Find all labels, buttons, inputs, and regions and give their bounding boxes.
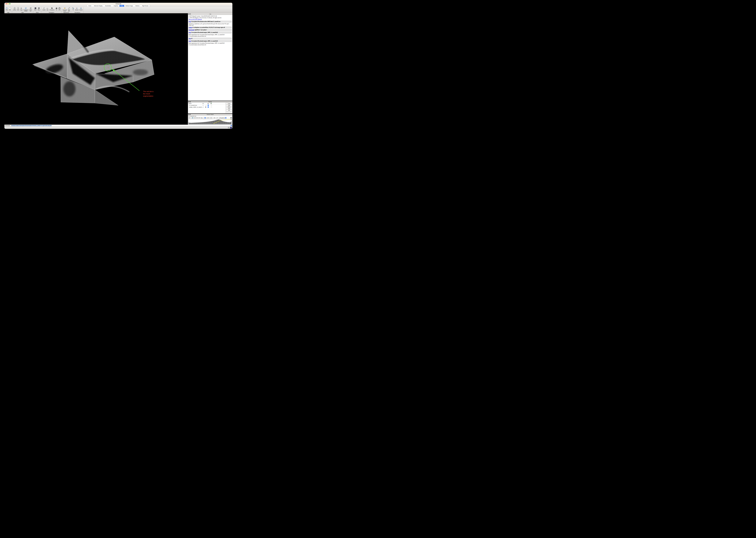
collapse-button[interactable] <box>230 117 232 118</box>
tool-full[interactable]: Full <box>55 7 58 10</box>
tool-slab[interactable]: Slab <box>46 7 49 10</box>
tool-outline-box[interactable]: Outlinebox <box>29 7 32 12</box>
outline-box-icon <box>29 7 32 9</box>
command-label: Command: <box>5 125 10 126</box>
volume-viewer-title: Volume Viewer <box>188 114 232 115</box>
status-bar <box>4 127 232 129</box>
log-text: /Users/pkorir/Downloads/empiar_10087_c2_… <box>191 40 218 42</box>
ribbon-group-label: Map <box>7 12 9 13</box>
eye-icon[interactable] <box>189 118 190 118</box>
tool-smooth[interactable]: Smooth <box>79 7 83 10</box>
table-row[interactable]: ›C2_tomo02.mrc1✓ <box>188 104 226 106</box>
tab-medical-image[interactable]: Medical Image <box>124 5 134 7</box>
level-input[interactable]: 2.01 <box>210 117 213 119</box>
expand-chevron-icon[interactable]: › <box>188 106 189 108</box>
tab-right-mouse[interactable]: Right Mouse <box>141 5 150 7</box>
step-label: step <box>201 117 203 119</box>
log-panel-header: ✕ Log <box>188 13 232 15</box>
step-value: 4 <box>204 117 204 119</box>
info-button[interactable]: Info <box>226 110 232 111</box>
tool-label: Smooth <box>80 9 83 10</box>
tab-molecule-display[interactable]: Molecule Display <box>93 5 104 7</box>
tool-transparent-surface[interactable]: Transparentsurface <box>23 7 28 12</box>
tool-label: Color nearatoms <box>63 9 67 12</box>
tool-show[interactable]: Show <box>5 7 8 10</box>
log-link[interactable]: open <box>189 32 191 33</box>
tool-subtract[interactable]: Subtract <box>75 7 79 10</box>
tool-step-1[interactable]: Step 1 <box>34 7 37 10</box>
tool-z-plane[interactable]: Z-plane <box>42 7 46 10</box>
toolbar-tab-row: HomeMolecule DisplayNucleotidesGraphicsM… <box>4 5 232 7</box>
tool-label: Show <box>6 9 8 10</box>
volume-name: C2_tomo02.mrc <box>189 116 232 117</box>
close-button[interactable]: Close <box>226 103 232 104</box>
model-color-swatch[interactable] <box>205 104 206 106</box>
show-button[interactable]: Show <box>226 106 232 108</box>
tool-fit[interactable]: Fit <box>72 7 75 10</box>
log-content[interactable]: UCSF ChimeraX version: 1.6.dev2023012422… <box>188 15 232 101</box>
tool-orthoplanes[interactable]: Orthoplanes <box>49 7 55 10</box>
model-shown-checkbox[interactable]: ✓ <box>208 104 209 106</box>
tool-mesh[interactable]: mesh <box>17 7 19 10</box>
expand-chevron-icon[interactable]: › <box>188 104 189 106</box>
tab-nucleotides[interactable]: Nucleotides <box>104 5 112 7</box>
tab-strip: HomeMolecule DisplayNucleotidesGraphicsM… <box>87 5 150 7</box>
log-link[interactable]: close <box>189 38 191 39</box>
tab-markers[interactable]: Markers <box>134 5 141 7</box>
model-id: 2 <box>203 106 203 108</box>
log-link[interactable]: volume <box>189 27 192 28</box>
window-title: ChimeraX <box>4 3 232 5</box>
tab-graphics[interactable]: Graphics <box>112 5 120 7</box>
model-color-swatch[interactable] <box>205 106 206 108</box>
volume-color-swatch[interactable] <box>190 117 191 119</box>
log-link[interactable]: How to cite UCSF ChimeraX <box>189 19 202 20</box>
model-name: empiar_10087_c2_tomo0... <box>189 106 203 108</box>
models-table-header: Name ID <box>188 103 226 104</box>
tool-image[interactable]: image <box>20 7 23 10</box>
title-bar: ChimeraX <box>4 3 232 5</box>
models-buttons: CloseHideShowViewInfo <box>226 103 232 113</box>
table-row[interactable]: ›empiar_10087_c2_tomo0...2✓ <box>188 106 226 108</box>
hide-button[interactable]: Hide <box>226 105 232 106</box>
z-plane-icon <box>43 7 45 9</box>
log-text: C2 arrested malaria infected blood cell <box>189 44 206 45</box>
ribbon-group-map: ShowHideMap <box>5 7 12 13</box>
model-selected-checkbox[interactable] <box>211 104 212 106</box>
tool-step-2[interactable]: Step 2 <box>37 7 40 10</box>
orthoplanes-render[interactable]: The red dot is the mesh segmentation <box>4 13 188 125</box>
command-text-selected: toolshed install /Users/pkorir/Downloads… <box>11 125 52 126</box>
ribbon-group-label: Steps <box>36 12 38 13</box>
tab-home[interactable]: Home <box>87 5 93 7</box>
tool-hide-dust[interactable]: Hidedust <box>68 7 70 12</box>
tool-hide[interactable]: Hide <box>9 7 11 10</box>
model-shown-checkbox[interactable]: ✓ <box>208 106 209 108</box>
tab-map[interactable]: Map <box>120 5 124 7</box>
graphics-viewport[interactable]: The red dot is the mesh segmentation <box>4 13 188 125</box>
view-button[interactable]: View <box>226 108 232 109</box>
step-dropdown[interactable]: 4⌄ <box>203 117 206 119</box>
model-id: 1 <box>203 104 203 106</box>
volume-viewer-body: C2_tomo02.mrc #1 632 633 344 step 4⌄ Lev… <box>188 115 232 125</box>
tool-surface[interactable]: surface <box>13 7 16 10</box>
side-panel-column: ✕ Log UCSF ChimeraX version: 1.6.dev2023… <box>188 13 232 125</box>
tool-label: Step 1 <box>34 9 37 10</box>
tool-label: Zone <box>58 9 61 10</box>
style-value: orthoplanes <box>219 117 225 119</box>
command-input[interactable]: toolshed install /Users/pkorir/Downloads… <box>11 125 232 127</box>
tool-zone[interactable]: Zone <box>58 7 61 10</box>
model-selected-checkbox[interactable] <box>211 106 212 108</box>
style-dropdown[interactable]: orthoplanes⌄ <box>219 117 227 119</box>
map-hide-icon <box>9 7 11 9</box>
tool-color-near-atoms[interactable]: Color nearatoms <box>62 7 67 12</box>
log-link[interactable]: mousemode <box>189 29 194 30</box>
log-line: C2 arrested malaria infected blood cell <box>189 44 232 46</box>
ribbon-group-steps: Step 1Step 2Steps <box>33 7 41 13</box>
command-history-chevron[interactable]: ⌄ <box>231 125 232 126</box>
resize-selection-icon[interactable] <box>228 127 230 129</box>
log-link[interactable]: open <box>189 40 191 42</box>
histogram[interactable] <box>189 119 232 124</box>
eye-icon <box>207 103 209 104</box>
log-link[interactable]: open <box>189 21 191 22</box>
lightning-icon[interactable] <box>230 127 232 129</box>
value-range: -128 - 127 <box>213 117 218 119</box>
